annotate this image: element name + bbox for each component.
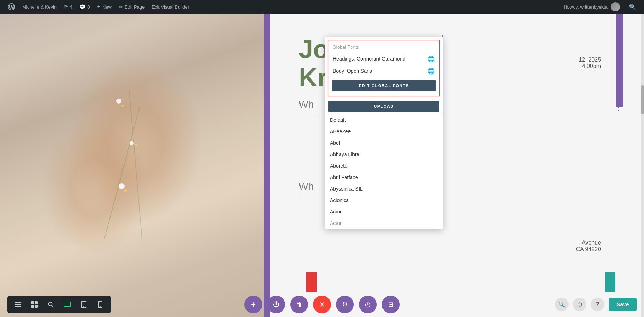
font-panel: Global Fonts Headings: Cormorant Garamon… <box>325 37 443 229</box>
photo-section <box>0 14 270 317</box>
headings-font-row: Headings: Cormorant Garamond 🌐 <box>328 53 439 65</box>
admin-bar: Michelle & Kevin ⟳ 4 💬 0 + New ✏ Edit Pa… <box>0 0 644 14</box>
bottom-toolbar: + ⏻ 🗑 ✕ ⚙ ◷ ⊟ 🔍 ⬡ ? Save <box>0 292 644 317</box>
svg-rect-9 <box>64 302 71 306</box>
three-dots-menu-bottom[interactable]: ⋮ <box>615 103 622 112</box>
event-date-time: 12, 2025 4:00pm <box>579 57 601 69</box>
hands-photo <box>0 14 270 317</box>
power-button[interactable]: ⏻ <box>267 296 285 313</box>
toolbar-right: 🔍 ⬡ ? Save <box>555 298 637 311</box>
teal-box <box>605 272 615 292</box>
headings-label: Headings: Cormorant Garamond <box>333 56 427 62</box>
font-item-abyssinica[interactable]: Abyssinica SIL <box>325 183 443 194</box>
wp-logo[interactable] <box>4 0 19 14</box>
toolbar-left <box>7 296 111 313</box>
body-globe-icon[interactable]: 🌐 <box>427 67 435 75</box>
global-fonts-section: Global Fonts Headings: Cormorant Garamon… <box>328 40 440 96</box>
global-fonts-title: Global Fonts <box>328 43 439 53</box>
save-button[interactable]: Save <box>609 298 637 311</box>
grid-icon-btn[interactable] <box>29 299 39 309</box>
svg-point-16 <box>100 306 101 307</box>
menu-icon-btn[interactable] <box>13 299 23 309</box>
svg-rect-3 <box>31 301 34 304</box>
comments[interactable]: 💬 0 <box>76 0 93 14</box>
add-button[interactable]: + <box>244 296 262 313</box>
font-item-abeezee[interactable]: ABeeZee <box>325 126 443 137</box>
font-item-acme[interactable]: Acme <box>325 206 443 217</box>
body-label: Body: Open Sans <box>333 68 427 74</box>
desktop-icon-btn[interactable] <box>62 299 72 309</box>
site-name[interactable]: Michelle & Kevin <box>19 0 60 14</box>
page-canvas: Jo Kr Wh 12, 2025 4:00pm Wh i Avenue CA … <box>0 14 644 317</box>
font-item-actor[interactable]: Actor <box>325 217 443 229</box>
edit-page[interactable]: ✏ Edit Page <box>115 0 148 14</box>
edit-global-fonts-button[interactable]: EDIT GLOBAL FONTS <box>332 80 436 91</box>
new-button[interactable]: + New <box>94 0 115 14</box>
divider2 <box>299 198 320 198</box>
event-address: i Avenue CA 94220 <box>576 240 601 253</box>
close-button[interactable]: ✕ <box>313 296 331 313</box>
right-search-icon[interactable]: 🔍 <box>555 298 569 311</box>
search-icon-btn[interactable] <box>46 299 56 309</box>
upload-button[interactable]: UPLOAD <box>328 101 439 112</box>
font-list: Default ABeeZee Abel Abhaya Libre Aboret… <box>325 114 443 229</box>
font-item-aboreto[interactable]: Aboreto <box>325 160 443 172</box>
toolbar-center: + ⏻ 🗑 ✕ ⚙ ◷ ⊟ <box>244 296 400 313</box>
font-item-abril[interactable]: Abril Fatface <box>325 172 443 183</box>
font-item-aclonica[interactable]: Aclonica <box>325 194 443 206</box>
revisions[interactable]: ⟳ 4 <box>60 0 76 14</box>
tablet-icon-btn[interactable] <box>79 299 89 309</box>
body-font-row: Body: Open Sans 🌐 <box>328 65 439 77</box>
svg-rect-4 <box>35 301 38 304</box>
divider1 <box>299 116 320 116</box>
svg-rect-2 <box>15 306 21 307</box>
scroll-bar[interactable] <box>641 14 644 317</box>
svg-rect-1 <box>15 304 21 305</box>
svg-point-14 <box>83 306 84 307</box>
purple-bar-left <box>264 14 270 317</box>
svg-rect-6 <box>35 305 38 308</box>
font-item-abel[interactable]: Abel <box>325 137 443 149</box>
scroll-thumb[interactable] <box>641 85 644 114</box>
svg-line-8 <box>52 306 54 307</box>
main-content: Jo Kr Wh 12, 2025 4:00pm Wh i Avenue CA … <box>0 14 644 317</box>
three-dots-menu-top[interactable]: ⋮ <box>615 57 622 65</box>
trash-button[interactable]: 🗑 <box>290 296 308 313</box>
headings-globe-icon[interactable]: 🌐 <box>427 55 435 63</box>
admin-bar-right: Howdy, writtenbyekta 🔍 <box>560 0 640 14</box>
mobile-icon-btn[interactable] <box>95 299 105 309</box>
svg-rect-5 <box>31 305 34 308</box>
svg-rect-0 <box>15 302 21 303</box>
settings-button[interactable]: ⚙ <box>336 296 354 313</box>
red-box <box>306 272 317 292</box>
layers-icon[interactable]: ⬡ <box>573 298 586 311</box>
font-item-abhaya[interactable]: Abhaya Libre <box>325 149 443 160</box>
sliders-button[interactable]: ⊟ <box>382 296 400 313</box>
howdy-text[interactable]: Howdy, writtenbyekta <box>560 0 624 14</box>
font-item-default[interactable]: Default <box>325 114 443 126</box>
help-icon[interactable]: ? <box>591 298 604 311</box>
admin-search-icon[interactable]: 🔍 <box>625 0 640 14</box>
exit-visual-builder[interactable]: Exit Visual Builder <box>148 0 193 14</box>
history-button[interactable]: ◷ <box>359 296 377 313</box>
avatar <box>611 2 620 11</box>
